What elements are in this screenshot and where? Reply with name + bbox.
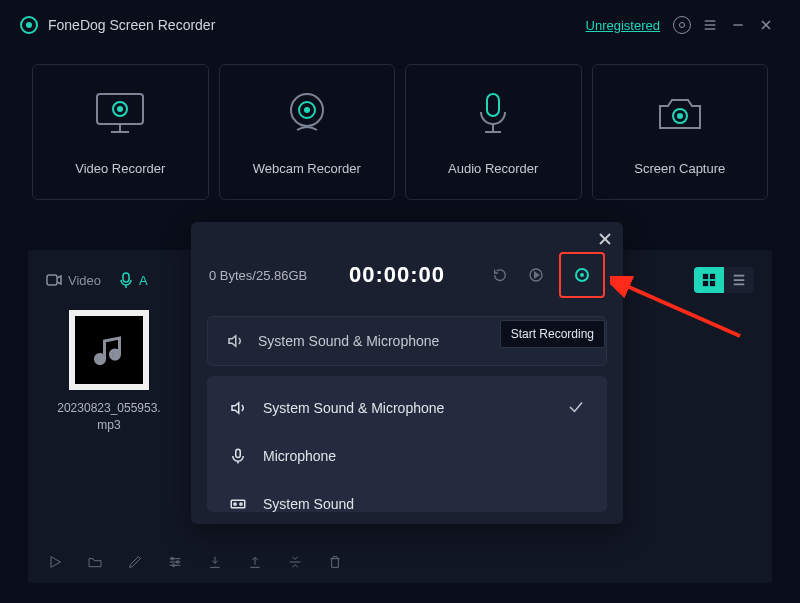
close-icon[interactable] <box>599 232 611 248</box>
speaker-icon <box>229 399 247 417</box>
play-preview-icon[interactable] <box>521 260 551 290</box>
audio-recorder-popup: 0 Bytes/25.86GB 00:00:00 Start Recording… <box>191 222 623 524</box>
speaker-icon <box>226 332 244 350</box>
minimize-icon[interactable] <box>724 11 752 39</box>
option-label: System Sound & Microphone <box>263 400 444 416</box>
share-icon[interactable] <box>246 553 264 571</box>
mode-video-recorder[interactable]: Video Recorder <box>32 64 209 200</box>
grid-view-button[interactable] <box>694 267 724 293</box>
option-system-and-mic[interactable]: System Sound & Microphone <box>207 384 607 432</box>
svg-rect-25 <box>710 281 715 286</box>
selected-source-label: System Sound & Microphone <box>258 333 439 349</box>
svg-rect-14 <box>487 94 499 116</box>
mode-screen-capture[interactable]: Screen Capture <box>592 64 769 200</box>
mode-cards: Video Recorder Webcam Recorder Audio Rec… <box>0 50 800 200</box>
option-label: System Sound <box>263 496 354 512</box>
app-logo <box>20 16 38 34</box>
svg-point-10 <box>117 106 123 112</box>
list-item[interactable]: 20230823_055953.mp3 <box>54 310 164 434</box>
start-recording-button[interactable] <box>559 252 605 298</box>
microphone-icon <box>229 447 247 465</box>
svg-rect-23 <box>710 274 715 279</box>
mode-webcam-recorder[interactable]: Webcam Recorder <box>219 64 396 200</box>
svg-point-18 <box>677 113 683 119</box>
tab-label: Video <box>68 273 101 288</box>
close-icon[interactable] <box>752 11 780 39</box>
menu-icon[interactable] <box>696 11 724 39</box>
mode-label: Webcam Recorder <box>253 161 361 176</box>
svg-rect-24 <box>703 281 708 286</box>
settings-icon[interactable] <box>668 11 696 39</box>
trash-icon[interactable] <box>326 553 344 571</box>
edit-icon[interactable] <box>126 553 144 571</box>
play-icon[interactable] <box>46 553 64 571</box>
svg-point-30 <box>112 351 120 359</box>
svg-rect-22 <box>703 274 708 279</box>
soundcard-icon <box>229 495 247 513</box>
svg-marker-31 <box>51 557 60 568</box>
file-name: 20230823_055953.mp3 <box>54 400 164 434</box>
mode-audio-recorder[interactable]: Audio Recorder <box>405 64 582 200</box>
restart-icon[interactable] <box>485 260 515 290</box>
option-system-sound[interactable]: System Sound <box>207 480 607 528</box>
svg-rect-20 <box>123 273 129 282</box>
svg-rect-19 <box>47 275 57 285</box>
view-toggle <box>694 267 754 293</box>
tooltip: Start Recording <box>500 320 605 348</box>
app-title: FoneDog Screen Recorder <box>48 17 215 33</box>
camera-icon <box>654 89 706 139</box>
option-label: Microphone <box>263 448 336 464</box>
timer-text: 00:00:00 <box>337 262 457 288</box>
sliders-icon[interactable] <box>166 553 184 571</box>
tab-video[interactable]: Video <box>46 273 101 288</box>
check-icon <box>567 398 585 419</box>
svg-point-47 <box>240 503 242 505</box>
svg-point-46 <box>234 503 236 505</box>
audio-source-dropdown: System Sound & Microphone Microphone Sys… <box>207 376 607 512</box>
svg-marker-42 <box>535 272 539 277</box>
tab-audio[interactable]: A <box>119 272 148 288</box>
record-icon <box>575 268 589 282</box>
mode-label: Video Recorder <box>75 161 165 176</box>
microphone-icon <box>473 89 513 139</box>
download-icon[interactable] <box>206 553 224 571</box>
webcam-icon <box>283 89 331 139</box>
option-microphone[interactable]: Microphone <box>207 432 607 480</box>
monitor-record-icon <box>91 89 149 139</box>
svg-point-13 <box>304 107 310 113</box>
folder-icon[interactable] <box>86 553 104 571</box>
svg-point-29 <box>97 355 105 363</box>
svg-rect-43 <box>236 449 241 457</box>
storage-text: 0 Bytes/25.86GB <box>209 268 329 283</box>
unregistered-link[interactable]: Unregistered <box>586 18 660 33</box>
list-view-button[interactable] <box>724 267 754 293</box>
history-toolbar <box>46 553 344 571</box>
compress-icon[interactable] <box>286 553 304 571</box>
music-file-icon <box>69 310 149 390</box>
titlebar: FoneDog Screen Recorder Unregistered <box>0 0 800 50</box>
mode-label: Audio Recorder <box>448 161 538 176</box>
tab-label: A <box>139 273 148 288</box>
mode-label: Screen Capture <box>634 161 725 176</box>
